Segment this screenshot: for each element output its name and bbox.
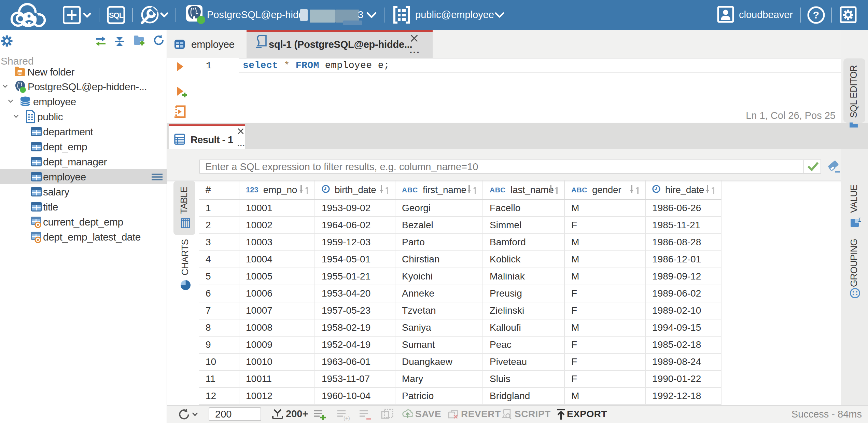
svg-text:(+): (+) — [344, 415, 350, 421]
svg-text:SQL: SQL — [109, 11, 124, 19]
svg-text:?: ? — [813, 9, 819, 21]
